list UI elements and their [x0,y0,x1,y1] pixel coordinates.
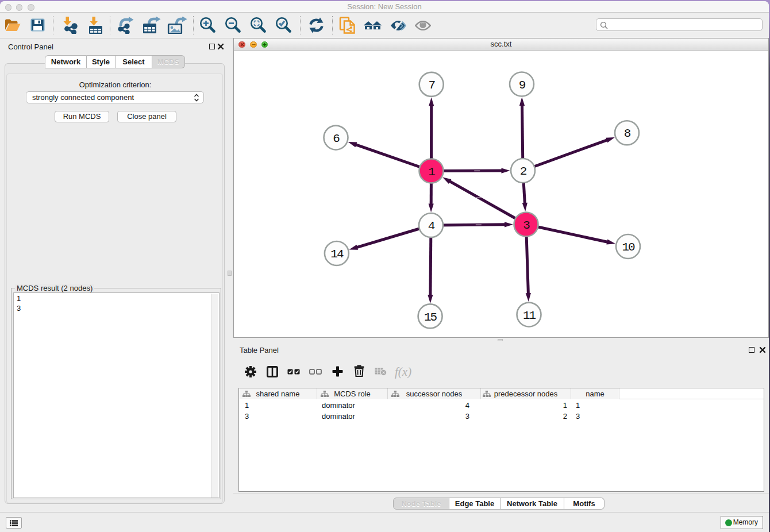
svg-text:6: 6 [333,132,340,145]
svg-text:11: 11 [523,309,536,322]
svg-text:9: 9 [519,79,526,92]
svg-text:7: 7 [428,79,434,92]
svg-text:14: 14 [330,248,344,261]
svg-text:15: 15 [424,311,437,324]
svg-text:2: 2 [520,165,527,178]
svg-text:1: 1 [428,165,435,179]
svg-text:3: 3 [523,219,530,232]
svg-text:4: 4 [428,219,435,233]
svg-text:10: 10 [622,241,635,254]
svg-text:8: 8 [624,127,631,140]
